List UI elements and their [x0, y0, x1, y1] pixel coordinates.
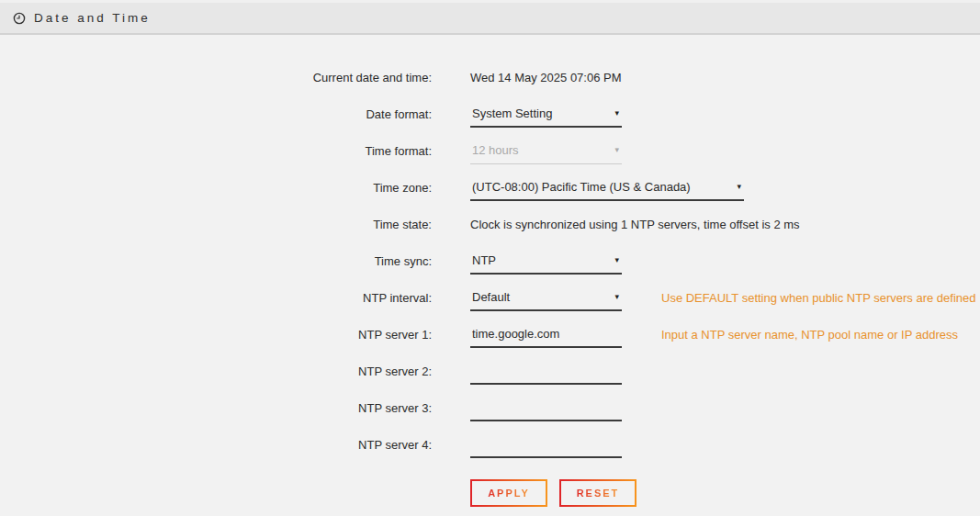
ntp-server-2-input[interactable]	[470, 357, 622, 385]
chevron-down-icon: ▾	[614, 256, 619, 264]
ntp-server-4-input[interactable]	[470, 431, 622, 458]
ntp-server-1-hint: Input a NTP server name, NTP pool name o…	[661, 328, 958, 342]
ntp-server-4-label: NTP server 4:	[0, 438, 432, 452]
row-ntp-interval: NTP interval: Default ▾ Use DEFAULT sett…	[0, 279, 980, 316]
apply-button[interactable]: APPLY	[470, 479, 547, 507]
time-zone-value: (UTC-08:00) Pacific Time (US & Canada)	[472, 180, 691, 194]
reset-button[interactable]: RESET	[559, 479, 636, 507]
clock-icon	[13, 12, 26, 25]
time-state-label: Time state:	[0, 218, 432, 231]
row-date-format: Date format: System Setting ▾	[0, 95, 980, 132]
row-time-state: Time state: Clock is synchronized using …	[0, 206, 980, 242]
ntp-interval-value: Default	[472, 290, 510, 304]
date-time-form: Current date and time: Wed 14 May 2025 0…	[0, 35, 980, 507]
ntp-server-1-input[interactable]	[470, 320, 622, 348]
date-format-select[interactable]: System Setting ▾	[470, 100, 622, 128]
time-format-label: Time format:	[0, 144, 432, 158]
row-ntp-server-4: NTP server 4:	[0, 426, 980, 463]
ntp-interval-select[interactable]: Default ▾	[470, 284, 622, 311]
row-time-zone: Time zone: (UTC-08:00) Pacific Time (US …	[0, 169, 980, 206]
ntp-server-3-label: NTP server 3:	[0, 401, 432, 415]
ntp-interval-hint: Use DEFAULT setting when public NTP serv…	[661, 291, 976, 305]
time-sync-label: Time sync:	[0, 254, 432, 268]
row-ntp-server-1: NTP server 1: Input a NTP server name, N…	[0, 316, 980, 353]
page-title: Date and Time	[34, 11, 151, 25]
chevron-down-icon: ▾	[614, 293, 619, 301]
time-zone-label: Time zone:	[0, 181, 432, 195]
row-current-date-time: Current date and time: Wed 14 May 2025 0…	[0, 59, 980, 95]
ntp-server-3-input[interactable]	[470, 394, 622, 421]
current-date-time-value: Wed 14 May 2025 07:06 PM	[470, 71, 622, 84]
panel-header: Date and Time	[0, 3, 980, 35]
time-sync-select[interactable]: NTP ▾	[470, 247, 622, 275]
button-row: APPLY RESET	[470, 479, 980, 507]
row-time-format: Time format: 12 hours ▾	[0, 132, 980, 169]
date-format-label: Date format:	[0, 107, 432, 121]
current-date-time-label: Current date and time:	[0, 71, 432, 84]
chevron-down-icon: ▾	[737, 183, 741, 191]
ntp-interval-label: NTP interval:	[0, 291, 432, 305]
ntp-server-2-label: NTP server 2:	[0, 365, 432, 378]
row-ntp-server-2: NTP server 2:	[0, 353, 980, 389]
row-ntp-server-3: NTP server 3:	[0, 389, 980, 426]
time-sync-value: NTP	[472, 253, 496, 267]
chevron-down-icon: ▾	[614, 109, 619, 118]
row-time-sync: Time sync: NTP ▾	[0, 242, 980, 279]
ntp-server-1-label: NTP server 1:	[0, 328, 432, 342]
time-format-value: 12 hours	[472, 143, 519, 157]
date-format-value: System Setting	[472, 107, 552, 120]
time-format-select: 12 hours ▾	[470, 137, 622, 164]
chevron-down-icon: ▾	[614, 146, 619, 154]
time-state-value: Clock is synchronized using 1 NTP server…	[470, 218, 800, 231]
time-zone-select[interactable]: (UTC-08:00) Pacific Time (US & Canada) ▾	[470, 174, 744, 201]
